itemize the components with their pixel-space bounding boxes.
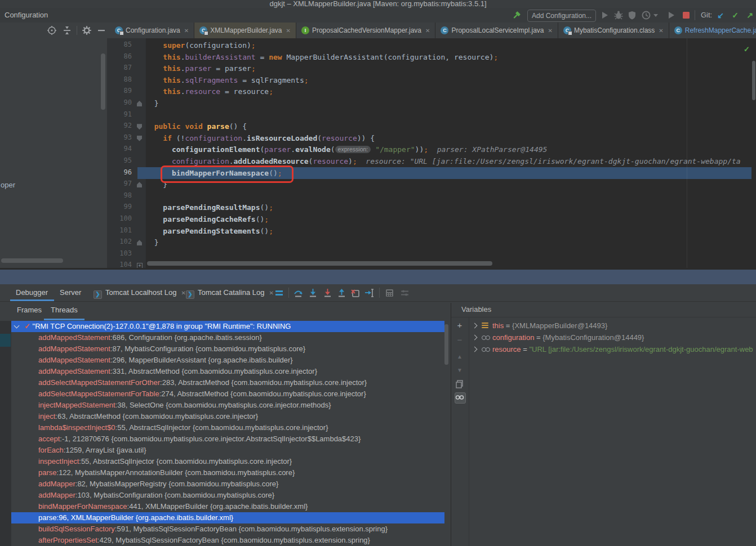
editor-tab[interactable]: CProposalLocalServiceImpl.java✕ — [435, 23, 558, 38]
line-number[interactable]: 101 — [107, 226, 132, 234]
run-to-cursor-icon[interactable] — [364, 288, 374, 298]
close-icon[interactable]: ✕ — [184, 28, 189, 34]
code-line[interactable]: 88 this.sqlFragments = sqlFragments; — [107, 74, 756, 86]
line-number[interactable]: 93 — [107, 133, 132, 141]
fold-marker-icon[interactable] — [137, 101, 142, 106]
stack-frame-row[interactable]: forEach:1259, ArrayList {java.util} — [11, 445, 444, 456]
stop-icon[interactable] — [681, 10, 691, 20]
code-line[interactable]: 100 parsePendingCacheRefs(); — [107, 213, 756, 225]
line-number[interactable]: 97 — [107, 180, 132, 187]
tab-tomcat-localhost-log[interactable]: ❯Tomcat Localhost Log✕ — [94, 284, 186, 301]
stack-frame-row[interactable]: addSelectMappedStatementForOther:283, Ab… — [11, 377, 444, 388]
line-number[interactable]: 88 — [107, 75, 132, 83]
stack-frame-row[interactable]: addSelectMappedStatementForTable:274, Ab… — [11, 388, 444, 400]
line-number[interactable]: 100 — [107, 214, 132, 222]
line-number[interactable]: 90 — [107, 99, 132, 106]
collapse-all-icon[interactable] — [62, 25, 72, 35]
chevron-right-icon[interactable] — [472, 347, 478, 352]
step-into-icon[interactable] — [308, 288, 318, 298]
inspection-ok-check-icon[interactable]: ✓ — [744, 45, 750, 53]
fold-marker-icon[interactable]: + — [137, 263, 143, 268]
close-icon[interactable]: ✕ — [286, 28, 291, 34]
stack-frame-row[interactable]: injectMappedStatement:38, SelectOne {com… — [11, 400, 444, 411]
code-line[interactable]: 90 } — [107, 97, 756, 109]
step-out-icon[interactable] — [337, 288, 346, 298]
git-update-arrow-icon[interactable]: ↙ — [715, 10, 726, 20]
line-number[interactable]: 102 — [107, 238, 132, 245]
attach-play-icon[interactable] — [666, 10, 676, 20]
fold-marker-icon[interactable] — [137, 182, 142, 187]
variable-row[interactable]: configuration = {MybatisConfiguration@14… — [469, 332, 756, 343]
move-up-icon[interactable]: ▲ — [455, 352, 465, 362]
editor-tab[interactable]: CXMLMapperBuilder.java✕ — [194, 23, 296, 38]
stack-frame-row[interactable]: addMappedStatement:296, MapperBuilderAss… — [11, 355, 444, 366]
watches-glasses-icon[interactable] — [455, 392, 466, 404]
editor-tab[interactable]: CMybatisConfiguration.class✕ — [558, 23, 669, 38]
close-icon[interactable]: ✕ — [269, 290, 274, 296]
drop-frame-icon[interactable] — [350, 288, 360, 298]
nav-bar-item[interactable]: Configuration — [5, 11, 48, 19]
fold-marker-icon[interactable] — [137, 136, 142, 141]
code-line[interactable]: 92 public void parse() { — [107, 120, 756, 132]
line-number[interactable]: 87 — [107, 64, 132, 71]
code-line[interactable]: 89 this.resource = resource; — [107, 86, 756, 97]
code-line[interactable]: 96 bindMapperForNamespace(); — [107, 167, 756, 179]
force-step-into-icon[interactable] — [323, 288, 332, 298]
close-icon[interactable]: ✕ — [181, 290, 185, 296]
move-down-icon[interactable]: ▼ — [455, 365, 465, 375]
editor-vertical-scrollbar[interactable] — [752, 61, 755, 100]
debug-bug-icon[interactable] — [613, 10, 624, 20]
tab-frames[interactable]: Frames — [17, 306, 42, 314]
stack-frame-row[interactable]: afterPropertiesSet:429, MybatisSqlSessio… — [11, 535, 444, 546]
code-line[interactable]: 85 super(configuration); — [107, 39, 756, 51]
gear-icon[interactable] — [82, 25, 92, 35]
show-execution-point-icon[interactable] — [274, 288, 284, 298]
code-line[interactable]: 87 this.parser = parser; — [107, 62, 756, 74]
stack-frame-row[interactable]: addMapper:103, MybatisConfiguration {com… — [11, 490, 444, 501]
close-icon[interactable]: ✕ — [548, 28, 553, 34]
stack-frame-row[interactable]: addMappedStatement:331, AbstractMethod {… — [11, 366, 444, 377]
variable-row[interactable]: resource = "URL [jar:file:/Users/zengsl/… — [469, 343, 756, 355]
line-number[interactable]: 89 — [107, 87, 132, 95]
git-push-arrow-icon[interactable]: ↗ — [745, 10, 755, 20]
stack-frame-row[interactable]: accept:-1, 212870676 {com.baomidou.mybat… — [11, 433, 444, 445]
evaluate-expression-icon[interactable] — [385, 288, 394, 298]
hammer-icon[interactable] — [512, 10, 522, 20]
fold-marker-icon[interactable] — [137, 124, 142, 129]
line-number[interactable]: 95 — [107, 156, 132, 164]
profiler-icon[interactable] — [641, 10, 651, 20]
line-number[interactable]: 99 — [107, 203, 132, 211]
code-line[interactable]: 102 } — [107, 236, 756, 248]
variable-row[interactable]: this = {XMLMapperBuilder@14493} — [469, 320, 756, 332]
stack-frame-row[interactable]: inspectInject:55, AbstractSqlInjector {c… — [11, 456, 444, 467]
stack-frame-row[interactable]: parse:122, MybatisMapperAnnotationBuilde… — [11, 467, 444, 478]
editor-tab[interactable]: CRefreshMapperCache.java✕ — [669, 23, 756, 38]
tab-debugger[interactable]: Debugger — [16, 284, 48, 301]
stack-frame-row[interactable]: bindMapperForNamespace:441, XMLMapperBui… — [11, 501, 444, 512]
chevron-right-icon[interactable] — [472, 323, 478, 329]
tab-server[interactable]: Server — [60, 284, 81, 301]
dropdown-caret-icon[interactable] — [652, 10, 659, 20]
splitter-band[interactable] — [0, 268, 756, 286]
line-number[interactable]: 91 — [107, 110, 132, 118]
stack-frame-row[interactable]: inject:63, AbstractMethod {com.baomidou.… — [11, 411, 444, 422]
line-number[interactable]: 104 — [107, 261, 132, 268]
stack-frame-row[interactable]: addMappedStatement:87, MybatisConfigurat… — [11, 343, 444, 355]
add-configuration-button[interactable]: Add Configuration... — [527, 10, 596, 22]
stack-frame-row[interactable]: addMapper:82, MybatisMapperRegistry {com… — [11, 478, 444, 490]
code-line[interactable]: 91 — [107, 109, 756, 121]
locate-target-icon[interactable] — [47, 25, 57, 35]
editor-horizontal-scrollbar[interactable] — [147, 261, 492, 266]
code-editor[interactable]: 85 super(configuration);86 this.builderA… — [107, 38, 756, 268]
line-number[interactable]: 86 — [107, 52, 132, 60]
line-number[interactable]: 96 — [107, 168, 132, 176]
chevron-right-icon[interactable] — [472, 335, 478, 341]
code-line[interactable]: 99 parsePendingResultMaps(); — [107, 202, 756, 213]
stack-frame-row[interactable]: buildSqlSessionFactory:591, MybatisSqlSe… — [11, 523, 444, 535]
editor-tab[interactable]: IProposalCachedVersionMapper.java✕ — [296, 23, 436, 38]
add-watch-plus-icon[interactable]: + — [455, 320, 465, 330]
step-over-icon[interactable] — [293, 288, 303, 298]
code-line[interactable]: 93 if (!configuration.isResourceLoaded(r… — [107, 132, 756, 144]
code-line[interactable]: 86 this.builderAssistant = new MapperBui… — [107, 51, 756, 63]
run-play-icon[interactable] — [599, 10, 610, 20]
